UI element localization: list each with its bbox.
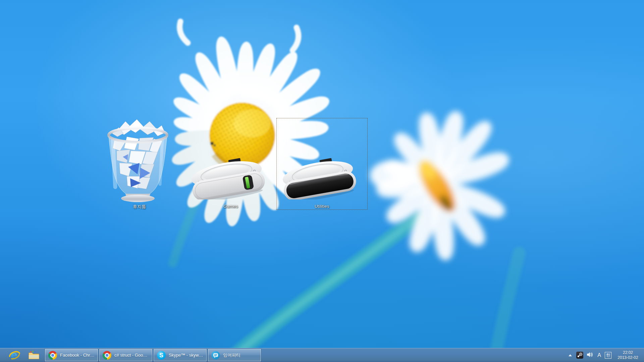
taskbar-button-label: Skype™ - skywa...: [169, 353, 203, 358]
taskbar-button-chat-app[interactable]: 잉여파티: [208, 349, 261, 361]
speaker-icon: [587, 352, 594, 357]
taskbar-clock[interactable]: 22:02 2013-02-02: [615, 350, 641, 360]
drive-games-label: Games: [197, 204, 264, 209]
system-tray: A 한 22:02 2013-02-02: [569, 350, 644, 360]
internet-explorer-icon: e: [9, 350, 20, 361]
steam-icon: [577, 352, 583, 358]
skype-icon: [157, 351, 166, 360]
taskbar-buttons: Facebook - Chro... c# struct - Googl... …: [45, 349, 261, 361]
chrome-icon: [103, 351, 111, 360]
drive-games-icon[interactable]: [188, 158, 267, 199]
folder-icon: [28, 350, 40, 361]
windows8-desktop: 휴지통: [0, 0, 644, 362]
taskbar-button-skype[interactable]: Skype™ - skywa...: [154, 349, 207, 361]
recycle-bin-label: 휴지통: [106, 204, 173, 210]
ime-latin-indicator[interactable]: A: [597, 352, 601, 358]
selection-rectangle: [276, 118, 368, 210]
taskbar-launchers: e: [0, 350, 40, 361]
taskbar-button-label: c# struct - Googl...: [114, 353, 149, 358]
taskbar-button-csharp-chrome[interactable]: c# struct - Googl...: [99, 349, 152, 361]
steam-tray-icon[interactable]: [576, 352, 583, 359]
recycle-bin-full-icon: [107, 117, 169, 204]
volume-tray-icon[interactable]: [587, 352, 594, 359]
desktop-wallpaper-area[interactable]: 휴지통: [0, 0, 644, 348]
taskbar-button-label: 잉여파티: [223, 352, 240, 358]
file-explorer-button[interactable]: [28, 350, 40, 361]
ime-korean-indicator[interactable]: 한: [605, 352, 611, 359]
taskbar: e Fac: [0, 348, 644, 362]
recycle-bin-icon[interactable]: [107, 117, 169, 204]
external-drive-icon: [188, 158, 267, 199]
internet-explorer-button[interactable]: e: [9, 350, 20, 361]
chat-bubble-icon: [211, 351, 220, 360]
chrome-icon: [48, 351, 57, 360]
clock-time: 22:02: [615, 350, 641, 355]
taskbar-button-facebook-chrome[interactable]: Facebook - Chro...: [45, 349, 98, 361]
show-hidden-icons-button up-arrow-icon[interactable]: [569, 354, 572, 356]
clock-date: 2013-02-02: [615, 355, 641, 360]
taskbar-button-label: Facebook - Chro...: [60, 353, 95, 358]
